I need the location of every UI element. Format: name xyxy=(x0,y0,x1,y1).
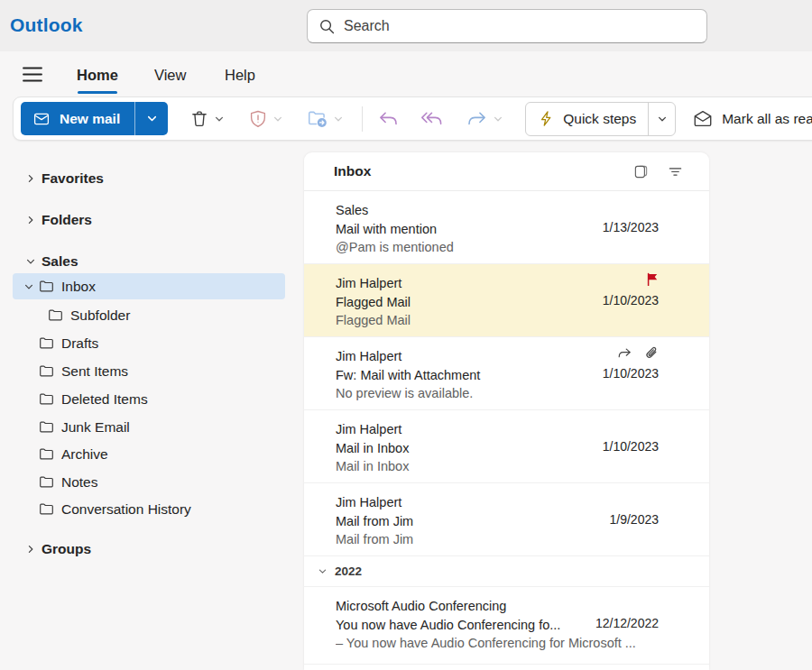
reply-all-icon xyxy=(420,107,444,130)
email-preview: @Pam is mentioned xyxy=(336,238,673,257)
tab-help-label: Help xyxy=(225,67,255,83)
chevron-down-icon xyxy=(272,114,283,124)
folder-icon xyxy=(39,279,54,294)
email-preview: – You now have Audio Conferencing for Mi… xyxy=(336,634,673,653)
tab-home[interactable]: Home xyxy=(77,59,118,91)
ribbon-menubar: Home View Help xyxy=(0,51,812,96)
section-label: Sales xyxy=(42,253,78,270)
sidebar-item-sent-items[interactable]: Sent Items xyxy=(13,358,285,384)
email-preview: Mail in Inbox xyxy=(336,457,673,476)
hamburger-menu-icon[interactable] xyxy=(22,63,43,85)
email-date: 1/10/2023 xyxy=(603,366,659,381)
forward-button[interactable] xyxy=(462,104,507,133)
new-mail-button[interactable]: New mail xyxy=(21,102,134,135)
email-subject: Flagged Mail xyxy=(336,293,592,312)
select-all-button[interactable] xyxy=(632,162,651,181)
select-all-icon xyxy=(633,164,649,179)
toolbar-separator xyxy=(362,106,363,132)
search-box[interactable] xyxy=(307,9,707,43)
folder-icon xyxy=(39,419,54,435)
list-title: Inbox xyxy=(334,163,616,179)
forward-icon xyxy=(466,107,488,130)
email-date: 1/13/2023 xyxy=(603,220,659,234)
folder-icon xyxy=(39,363,54,379)
quick-steps-label: Quick steps xyxy=(563,111,636,127)
chevron-right-icon xyxy=(25,173,36,184)
sidebar-section-favorites[interactable]: Favorites xyxy=(0,165,298,191)
list-item[interactable]: Jim Halpert Mail from Jim Mail from Jim … xyxy=(304,483,709,556)
date-group-header[interactable]: 2022 xyxy=(304,556,709,587)
email-subject: Mail in Inbox xyxy=(336,439,592,458)
chevron-right-icon xyxy=(25,215,36,225)
new-mail-dropdown-button[interactable] xyxy=(134,102,168,135)
tab-help[interactable]: Help xyxy=(225,59,255,91)
sidebar-item-conversation-history[interactable]: Conversation History xyxy=(13,496,285,522)
delete-button[interactable] xyxy=(186,106,228,133)
quick-steps-button[interactable]: Quick steps xyxy=(526,103,648,135)
list-item[interactable]: Jim Halpert Fw: Mail with Attachment No … xyxy=(304,337,709,410)
chevron-down-icon xyxy=(318,566,328,576)
tab-home-label: Home xyxy=(77,67,118,83)
flag-icon[interactable] xyxy=(646,272,659,286)
email-subject: Mail from Jim xyxy=(336,512,592,531)
command-toolbar: New mail xyxy=(13,96,812,141)
group-header-label: 2022 xyxy=(335,564,362,578)
folder-label: Archive xyxy=(61,446,108,463)
mail-icon xyxy=(32,110,51,128)
tab-view[interactable]: View xyxy=(154,59,186,91)
mark-all-as-read-button[interactable]: Mark all as read xyxy=(692,108,812,130)
list-item[interactable]: Jim Halpert Flagged Mail Flagged Mail 1/… xyxy=(304,264,709,337)
sidebar-item-drafts[interactable]: Drafts xyxy=(13,330,285,356)
chevron-down-icon xyxy=(214,114,225,124)
folder-sidebar: Favorites Folders Sales Inbox Subfolder xyxy=(0,141,298,670)
section-label: Favorites xyxy=(42,170,104,187)
quick-steps-dropdown-button[interactable] xyxy=(648,103,675,135)
search-input[interactable] xyxy=(344,18,696,34)
reply-button[interactable] xyxy=(374,104,403,133)
report-button[interactable] xyxy=(245,106,287,133)
lightning-icon xyxy=(538,110,555,127)
folder-label: Sent Items xyxy=(61,363,128,380)
message-list-header: Inbox xyxy=(304,152,709,191)
email-date: 12/12/2022 xyxy=(595,616,659,630)
sidebar-section-folders[interactable]: Folders xyxy=(0,207,298,233)
chevron-right-icon xyxy=(25,544,36,555)
sidebar-item-junk-email[interactable]: Junk Email xyxy=(13,414,285,440)
email-sender: Jim Halpert xyxy=(336,274,592,293)
email-date: 1/9/2023 xyxy=(610,512,660,527)
sidebar-item-inbox[interactable]: Inbox xyxy=(13,273,285,299)
folder-label: Junk Email xyxy=(61,419,130,436)
app-logo[interactable]: Outlook xyxy=(10,14,83,36)
email-sender: Microsoft Audio Conferencing xyxy=(336,597,592,616)
shield-error-icon xyxy=(248,109,268,129)
move-to-folder-button[interactable] xyxy=(303,105,347,133)
chevron-down-icon[interactable] xyxy=(23,281,39,292)
sidebar-item-archive[interactable]: Archive xyxy=(13,441,285,467)
email-preview: Mail from Jim xyxy=(336,530,673,549)
folder-icon xyxy=(39,391,54,407)
sidebar-section-groups[interactable]: Groups xyxy=(0,536,298,562)
list-item[interactable]: Microsoft Audio Conferencing You now hav… xyxy=(304,587,709,665)
sidebar-section-sales[interactable]: Sales xyxy=(0,248,298,274)
reply-all-button[interactable] xyxy=(416,104,448,133)
chevron-down-icon xyxy=(146,113,158,124)
active-tab-underline xyxy=(78,91,117,95)
list-item[interactable]: Jim Halpert Mail in Inbox Mail in Inbox … xyxy=(304,410,709,483)
folder-label: Deleted Items xyxy=(61,391,148,408)
chevron-down-icon xyxy=(493,114,503,124)
new-mail-split-button: New mail xyxy=(21,102,168,135)
email-preview: Flagged Mail xyxy=(336,311,673,330)
filter-icon xyxy=(668,164,683,179)
sidebar-item-deleted-items[interactable]: Deleted Items xyxy=(13,386,285,412)
section-label: Folders xyxy=(42,212,92,228)
list-item[interactable]: Sales Mail with mention @Pam is mentione… xyxy=(304,191,709,264)
sidebar-item-notes[interactable]: Notes xyxy=(13,469,285,495)
new-mail-label: New mail xyxy=(60,111,120,127)
folder-icon xyxy=(39,501,54,517)
top-header: Outlook xyxy=(0,0,812,51)
folder-icon xyxy=(39,446,54,462)
filter-button[interactable] xyxy=(666,162,685,181)
reply-icon xyxy=(377,107,400,130)
sidebar-item-subfolder[interactable]: Subfolder xyxy=(13,302,285,328)
search-icon xyxy=(318,18,336,35)
